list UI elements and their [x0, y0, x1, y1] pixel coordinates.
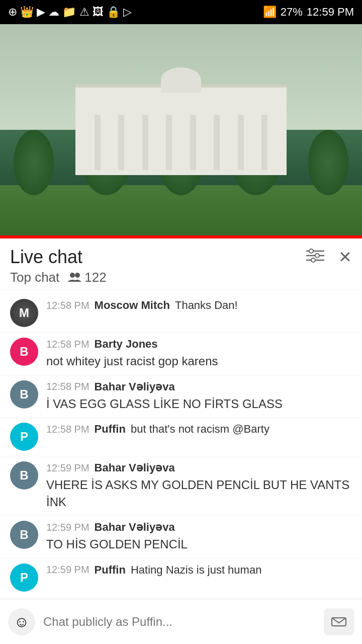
viewer-icon	[67, 270, 81, 285]
message-meta: 12:58 PMBahar Vəliyəva	[46, 380, 352, 393]
message-time: 12:58 PM	[46, 424, 89, 435]
message-content: 12:58 PMPuffin but that's not racism @Ba…	[46, 423, 352, 438]
chat-header-title-row: Live chat ✕	[10, 247, 352, 268]
svg-rect-3	[309, 249, 313, 253]
svg-rect-5	[311, 258, 315, 262]
message-author: Puffin	[95, 564, 126, 577]
chat-message: M12:58 PMMoscow Mitch Thanks Dan!	[0, 294, 362, 333]
tree-left	[14, 130, 54, 195]
viewer-count: 122	[67, 270, 106, 285]
message-time: 12:58 PM	[46, 300, 89, 311]
avatar: P	[10, 423, 38, 451]
avatar: B	[10, 521, 38, 549]
chat-message: B12:59 PMBahar VəliyəvaVHERE İS ASKS MY …	[0, 456, 362, 516]
message-content: 12:58 PMMoscow Mitch Thanks Dan!	[46, 299, 352, 314]
chat-message: B12:58 PMBarty Jonesnot whitey just raci…	[0, 333, 362, 375]
chat-header-icons: ✕	[306, 248, 352, 267]
message-text: İ VAS EGG GLASS LİKE NO FİRTS GLASS	[46, 395, 352, 413]
close-icon[interactable]: ✕	[338, 248, 352, 267]
message-content: 12:59 PMPuffin Hating Nazis is just huma…	[46, 564, 352, 579]
chat-message: B12:58 PMBahar Vəliyəvaİ VAS EGG GLASS L…	[0, 375, 362, 418]
send-button[interactable]	[324, 608, 354, 635]
message-inline-text: Thanks Dan!	[175, 299, 238, 312]
chat-input[interactable]	[43, 615, 316, 629]
filter-icon[interactable]	[306, 249, 324, 266]
message-text: TO HİS GOLDEN PENCİL	[46, 536, 352, 553]
emoji-button[interactable]: ☺	[8, 608, 35, 635]
chat-message: P12:59 PMPuffin Hating Nazis is just hum…	[0, 558, 362, 597]
avatar: B	[10, 338, 38, 366]
status-bar: ⊕ 👑 ▶ ☁ 📁 ⚠ 🖼 🔒 ▷ 📶 27% 12:59 PM	[0, 0, 362, 24]
status-bar-right: 📶 27% 12:59 PM	[263, 6, 354, 19]
building-dome	[161, 67, 201, 93]
status-bar-left: ⊕ 👑 ▶ ☁ 📁 ⚠ 🖼 🔒 ▷	[8, 6, 132, 19]
message-author: Moscow Mitch	[95, 299, 170, 312]
avatar: B	[10, 380, 38, 409]
chat-messages-list: M12:58 PMMoscow Mitch Thanks Dan!B12:58 …	[0, 290, 362, 644]
message-content: 12:59 PMBahar VəliyəvaTO HİS GOLDEN PENC…	[46, 521, 352, 553]
video-player[interactable]	[0, 24, 362, 235]
message-meta: 12:58 PMBarty Jones	[46, 338, 352, 351]
message-text: not whitey just racist gop karens	[46, 353, 352, 370]
message-time: 12:58 PM	[46, 381, 89, 392]
chat-input-bar: ☺	[0, 599, 362, 644]
message-content: 12:58 PMBahar Vəliyəvaİ VAS EGG GLASS Lİ…	[46, 380, 352, 413]
chat-message: P12:58 PMPuffin but that's not racism @B…	[0, 418, 362, 456]
message-time: 12:58 PM	[46, 339, 89, 350]
column-8	[261, 115, 267, 170]
message-meta: 12:59 PMPuffin Hating Nazis is just huma…	[46, 564, 352, 577]
svg-point-7	[75, 273, 80, 278]
column-7	[238, 115, 244, 170]
building-columns	[85, 115, 277, 175]
column-4	[166, 115, 172, 170]
avatar: P	[10, 564, 38, 592]
top-chat-label: Top chat	[10, 270, 59, 285]
current-time: 12:59 PM	[307, 6, 354, 19]
wifi-icon: 📶	[263, 6, 277, 19]
message-meta: 12:59 PMBahar Vəliyəva	[46, 521, 352, 534]
message-content: 12:58 PMBarty Jonesnot whitey just racis…	[46, 338, 352, 370]
avatar: M	[10, 299, 38, 327]
message-time: 12:59 PM	[46, 522, 89, 533]
message-meta: 12:59 PMBahar Vəliyəva	[46, 461, 352, 474]
battery-level: 27%	[281, 6, 303, 19]
tree-right	[308, 130, 348, 195]
viewer-count-value: 122	[84, 270, 106, 285]
message-author: Barty Jones	[95, 338, 158, 351]
notification-icons: ⊕ 👑 ▶ ☁ 📁 ⚠ 🖼 🔒 ▷	[8, 6, 132, 19]
column-6	[214, 115, 220, 170]
message-text: VHERE İS ASKS MY GOLDEN PENCİL BUT HE VA…	[46, 476, 352, 510]
chat-header: Live chat ✕ Top chat 122	[0, 238, 362, 290]
message-author: Bahar Vəliyəva	[95, 380, 175, 393]
svg-point-6	[70, 273, 75, 278]
chat-message: B12:59 PMBahar VəliyəvaTO HİS GOLDEN PEN…	[0, 516, 362, 558]
avatar: B	[10, 461, 38, 490]
svg-rect-4	[315, 254, 319, 258]
column-3	[142, 115, 148, 170]
message-author: Bahar Vəliyəva	[95, 521, 175, 534]
chat-sub-header: Top chat 122	[10, 270, 352, 285]
column-1	[95, 115, 101, 170]
column-5	[190, 115, 196, 170]
white-house-building	[75, 85, 287, 175]
message-inline-text: Hating Nazis is just human	[131, 564, 261, 577]
message-meta: 12:58 PMMoscow Mitch Thanks Dan!	[46, 299, 352, 312]
message-time: 12:59 PM	[46, 564, 89, 576]
message-content: 12:59 PMBahar VəliyəvaVHERE İS ASKS MY G…	[46, 461, 352, 510]
message-inline-text: but that's not racism @Barty	[131, 423, 269, 436]
message-time: 12:59 PM	[46, 462, 89, 474]
message-meta: 12:58 PMPuffin but that's not racism @Ba…	[46, 423, 352, 436]
live-chat-title: Live chat	[10, 247, 82, 268]
message-author: Bahar Vəliyəva	[95, 461, 175, 474]
column-2	[118, 115, 124, 170]
message-author: Puffin	[95, 423, 126, 436]
